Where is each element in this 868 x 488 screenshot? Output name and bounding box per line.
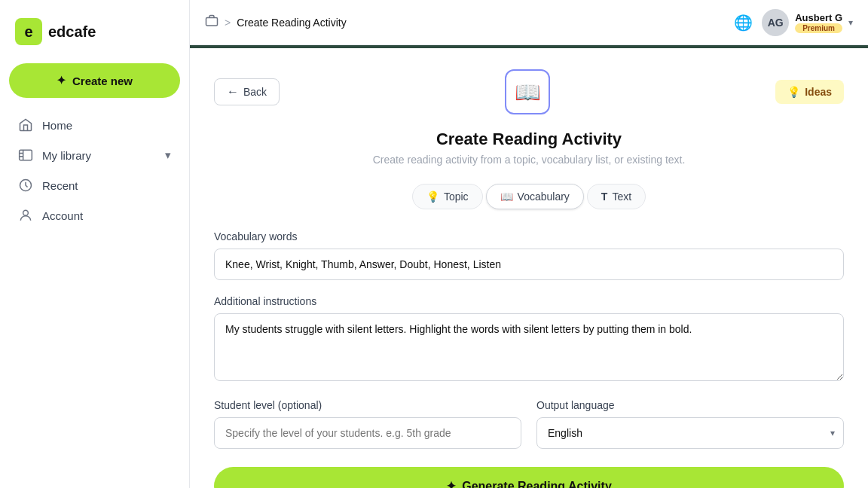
topic-icon: 💡	[426, 191, 439, 203]
logo-area: e edcafe	[9, 12, 180, 57]
sidebar-recent-label: Recent	[42, 179, 171, 192]
breadcrumb-home[interactable]	[205, 14, 219, 30]
page-header-row: ← Back 📖 💡 Ideas	[214, 69, 844, 114]
back-button[interactable]: ← Back	[214, 78, 280, 105]
back-label: Back	[243, 86, 267, 98]
language-icon[interactable]: 🌐	[734, 14, 753, 32]
ideas-bulb-icon: 💡	[787, 86, 800, 98]
library-icon	[18, 148, 33, 163]
text-icon: T	[601, 191, 608, 203]
breadcrumb-separator: >	[225, 17, 231, 29]
student-level-label: Student level (optional)	[214, 399, 521, 411]
student-level-group: Student level (optional)	[214, 399, 521, 449]
user-menu[interactable]: AG Ausbert G Premium ▾	[762, 9, 853, 36]
additional-instructions-group: Additional instructions My students stru…	[214, 295, 844, 384]
svg-point-4	[23, 210, 29, 215]
output-language-group: Output language English Spanish French G…	[536, 399, 844, 449]
sidebar: e edcafe ✦ Create new Home My library ▾ …	[0, 0, 190, 488]
tabs-row: 💡 Topic 📖 Vocabulary T Text	[214, 184, 844, 209]
edcafe-logo-icon: e	[15, 18, 42, 45]
tab-topic[interactable]: 💡 Topic	[412, 184, 483, 209]
content-area: ← Back 📖 💡 Ideas Create Reading Activity…	[190, 45, 868, 488]
sparkle-icon: ✦	[57, 74, 66, 87]
home-breadcrumb-icon	[205, 14, 219, 28]
tab-text-label: Text	[612, 191, 631, 203]
language-select-wrap: English Spanish French German Portuguese…	[536, 417, 844, 449]
vocab-input[interactable]	[214, 249, 844, 280]
user-info: Ausbert G Premium	[795, 12, 842, 33]
home-icon	[18, 117, 33, 133]
generate-button[interactable]: ✦ Generate Reading Activity	[214, 467, 844, 488]
ideas-button[interactable]: 💡 Ideas	[775, 80, 844, 104]
generate-sparkle-icon: ✦	[446, 479, 456, 488]
language-select[interactable]: English Spanish French German Portuguese	[536, 417, 844, 449]
account-icon	[18, 208, 33, 223]
tab-vocabulary-label: Vocabulary	[518, 191, 570, 203]
activity-icon-box: 📖	[505, 69, 550, 114]
page-title-section: Create Reading Activity Create reading a…	[214, 130, 844, 166]
recent-icon	[18, 178, 33, 193]
page-title: Create Reading Activity	[214, 130, 844, 149]
sidebar-nav: Home My library ▾ Recent Account	[9, 110, 180, 230]
output-language-label: Output language	[536, 399, 844, 411]
vocabulary-icon: 📖	[500, 191, 513, 203]
tab-text[interactable]: T Text	[587, 184, 646, 209]
sidebar-item-recent[interactable]: Recent	[9, 170, 180, 200]
create-new-label: Create new	[72, 75, 133, 87]
library-chevron-icon: ▾	[165, 148, 171, 162]
sidebar-home-label: Home	[42, 119, 171, 132]
ideas-label: Ideas	[805, 86, 832, 98]
student-level-input[interactable]	[214, 417, 521, 449]
generate-label: Generate Reading Activity	[462, 480, 612, 489]
additional-instructions-textarea[interactable]: My students struggle with silent letters…	[214, 313, 844, 381]
breadcrumb: > Create Reading Activity	[205, 14, 347, 30]
page-subtitle: Create reading activity from a topic, vo…	[214, 154, 844, 166]
sidebar-library-label: My library	[42, 149, 156, 162]
create-new-button[interactable]: ✦ Create new	[9, 63, 180, 98]
breadcrumb-current-page: Create Reading Activity	[237, 17, 347, 29]
tab-topic-label: Topic	[444, 191, 469, 203]
svg-rect-2	[20, 150, 32, 160]
content-inner: ← Back 📖 💡 Ideas Create Reading Activity…	[190, 45, 868, 488]
reading-activity-icon: 📖	[515, 80, 541, 105]
main-area: > Create Reading Activity 🌐 AG Ausbert G…	[190, 0, 868, 488]
vocab-label: Vocabulary words	[214, 230, 844, 242]
logo-text: edcafe	[48, 23, 96, 41]
avatar: AG	[762, 9, 789, 36]
additional-label: Additional instructions	[214, 295, 844, 307]
sidebar-account-label: Account	[42, 209, 171, 222]
svg-rect-5	[206, 18, 218, 26]
user-name: Ausbert G	[795, 12, 842, 23]
user-menu-chevron-icon: ▾	[848, 17, 853, 28]
topbar-right: 🌐 AG Ausbert G Premium ▾	[734, 9, 853, 36]
svg-text:e: e	[24, 23, 32, 40]
sidebar-item-my-library[interactable]: My library ▾	[9, 140, 180, 170]
vocab-field-group: Vocabulary words	[214, 230, 844, 280]
sidebar-item-account[interactable]: Account	[9, 200, 180, 230]
back-arrow-icon: ←	[227, 85, 239, 99]
topbar: > Create Reading Activity 🌐 AG Ausbert G…	[190, 0, 868, 45]
tab-vocabulary[interactable]: 📖 Vocabulary	[486, 184, 584, 209]
sidebar-item-home[interactable]: Home	[9, 110, 180, 140]
two-col-row: Student level (optional) Output language…	[214, 399, 844, 449]
user-badge: Premium	[795, 23, 842, 33]
